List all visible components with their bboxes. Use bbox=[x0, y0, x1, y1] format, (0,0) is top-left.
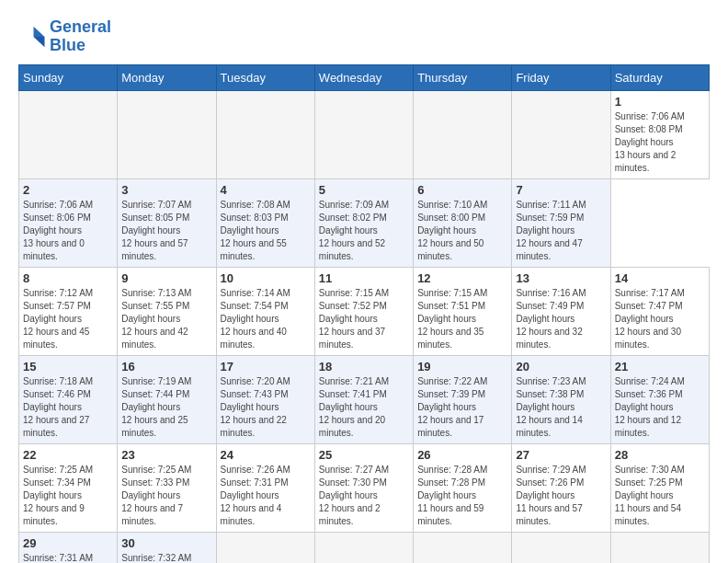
logo: General Blue bbox=[18, 18, 111, 55]
day-number: 8 bbox=[23, 271, 113, 285]
calendar-cell: 29 Sunrise: 7:31 AMSunset: 7:23 PMDaylig… bbox=[19, 532, 118, 563]
day-number: 24 bbox=[221, 448, 311, 462]
day-number: 18 bbox=[319, 360, 409, 373]
calendar-cell: 3 Sunrise: 7:07 AMSunset: 8:05 PMDayligh… bbox=[118, 178, 216, 267]
calendar-cell: 1 Sunrise: 7:06 AMSunset: 8:08 PMDayligh… bbox=[610, 90, 709, 178]
calendar-cell: 10 Sunrise: 7:14 AMSunset: 7:54 PMDaylig… bbox=[216, 267, 314, 355]
header-cell-thursday: Thursday bbox=[414, 64, 512, 90]
calendar-cell: 11 Sunrise: 7:15 AMSunset: 7:52 PMDaylig… bbox=[314, 267, 413, 355]
header-cell-friday: Friday bbox=[512, 64, 610, 90]
day-info: Sunrise: 7:12 AMSunset: 7:57 PMDaylight … bbox=[23, 287, 113, 351]
calendar-week-row: 22 Sunrise: 7:25 AMSunset: 7:34 PMDaylig… bbox=[19, 443, 710, 532]
calendar-cell: 6 Sunrise: 7:10 AMSunset: 8:00 PMDayligh… bbox=[414, 178, 512, 267]
calendar-cell: 25 Sunrise: 7:27 AMSunset: 7:30 PMDaylig… bbox=[314, 443, 413, 532]
day-number: 9 bbox=[121, 271, 211, 285]
calendar-cell: 13 Sunrise: 7:16 AMSunset: 7:49 PMDaylig… bbox=[512, 267, 610, 355]
day-info: Sunrise: 7:31 AMSunset: 7:23 PMDaylight … bbox=[23, 552, 113, 563]
empty-cell bbox=[314, 532, 413, 563]
day-info: Sunrise: 7:15 AMSunset: 7:51 PMDaylight … bbox=[417, 287, 507, 351]
empty-cell bbox=[512, 90, 610, 178]
svg-marker-1 bbox=[34, 37, 45, 47]
day-info: Sunrise: 7:20 AMSunset: 7:43 PMDaylight … bbox=[221, 375, 311, 440]
day-number: 11 bbox=[319, 271, 409, 285]
day-info: Sunrise: 7:17 AMSunset: 7:47 PMDaylight … bbox=[615, 287, 705, 351]
calendar-cell: 27 Sunrise: 7:29 AMSunset: 7:26 PMDaylig… bbox=[512, 443, 610, 532]
calendar-cell: 2 Sunrise: 7:06 AMSunset: 8:06 PMDayligh… bbox=[19, 178, 118, 267]
calendar-cell: 28 Sunrise: 7:30 AMSunset: 7:25 PMDaylig… bbox=[610, 443, 709, 532]
calendar-week-row: 2 Sunrise: 7:06 AMSunset: 8:06 PMDayligh… bbox=[19, 178, 710, 267]
calendar-week-row: 8 Sunrise: 7:12 AMSunset: 7:57 PMDayligh… bbox=[19, 267, 710, 355]
day-number: 14 bbox=[615, 271, 705, 285]
page-header: General Blue bbox=[18, 18, 710, 55]
day-info: Sunrise: 7:06 AMSunset: 8:08 PMDaylight … bbox=[615, 110, 705, 175]
day-number: 4 bbox=[221, 183, 311, 197]
logo-text: General Blue bbox=[50, 18, 111, 55]
calendar-cell: 24 Sunrise: 7:26 AMSunset: 7:31 PMDaylig… bbox=[216, 443, 314, 532]
day-info: Sunrise: 7:11 AMSunset: 7:59 PMDaylight … bbox=[516, 199, 606, 263]
day-number: 26 bbox=[417, 448, 507, 462]
logo-icon bbox=[18, 23, 46, 51]
calendar-cell: 15 Sunrise: 7:18 AMSunset: 7:46 PMDaylig… bbox=[19, 355, 118, 443]
day-info: Sunrise: 7:16 AMSunset: 7:49 PMDaylight … bbox=[516, 287, 606, 351]
day-number: 19 bbox=[417, 360, 507, 373]
day-info: Sunrise: 7:27 AMSunset: 7:30 PMDaylight … bbox=[319, 464, 409, 528]
calendar-cell: 16 Sunrise: 7:19 AMSunset: 7:44 PMDaylig… bbox=[118, 355, 216, 443]
day-info: Sunrise: 7:32 AMSunset: 7:22 PMDaylight … bbox=[121, 552, 211, 563]
day-number: 17 bbox=[221, 360, 311, 373]
day-info: Sunrise: 7:23 AMSunset: 7:38 PMDaylight … bbox=[516, 375, 606, 440]
day-info: Sunrise: 7:26 AMSunset: 7:31 PMDaylight … bbox=[221, 464, 311, 528]
calendar-table: SundayMondayTuesdayWednesdayThursdayFrid… bbox=[18, 64, 710, 563]
calendar-cell: 7 Sunrise: 7:11 AMSunset: 7:59 PMDayligh… bbox=[512, 178, 610, 267]
day-info: Sunrise: 7:10 AMSunset: 8:00 PMDaylight … bbox=[417, 199, 507, 263]
day-info: Sunrise: 7:06 AMSunset: 8:06 PMDaylight … bbox=[23, 199, 113, 263]
day-number: 5 bbox=[319, 183, 409, 197]
day-info: Sunrise: 7:15 AMSunset: 7:52 PMDaylight … bbox=[319, 287, 409, 351]
empty-cell bbox=[216, 532, 314, 563]
day-number: 25 bbox=[319, 448, 409, 462]
header-cell-tuesday: Tuesday bbox=[216, 64, 314, 90]
empty-cell bbox=[414, 532, 512, 563]
day-info: Sunrise: 7:30 AMSunset: 7:25 PMDaylight … bbox=[615, 464, 705, 528]
calendar-cell: 14 Sunrise: 7:17 AMSunset: 7:47 PMDaylig… bbox=[610, 267, 709, 355]
day-number: 27 bbox=[516, 448, 606, 462]
calendar-cell: 30 Sunrise: 7:32 AMSunset: 7:22 PMDaylig… bbox=[118, 532, 216, 563]
day-number: 28 bbox=[615, 448, 705, 462]
day-number: 7 bbox=[516, 183, 606, 197]
calendar-cell: 19 Sunrise: 7:22 AMSunset: 7:39 PMDaylig… bbox=[414, 355, 512, 443]
calendar-cell: 4 Sunrise: 7:08 AMSunset: 8:03 PMDayligh… bbox=[216, 178, 314, 267]
svg-marker-0 bbox=[34, 27, 45, 37]
day-info: Sunrise: 7:13 AMSunset: 7:55 PMDaylight … bbox=[121, 287, 211, 351]
empty-cell bbox=[19, 90, 118, 178]
header-cell-saturday: Saturday bbox=[610, 64, 709, 90]
calendar-cell: 8 Sunrise: 7:12 AMSunset: 7:57 PMDayligh… bbox=[19, 267, 118, 355]
empty-cell bbox=[118, 90, 216, 178]
header-cell-monday: Monday bbox=[118, 64, 216, 90]
calendar-cell: 5 Sunrise: 7:09 AMSunset: 8:02 PMDayligh… bbox=[314, 178, 413, 267]
empty-cell bbox=[512, 532, 610, 563]
calendar-cell: 18 Sunrise: 7:21 AMSunset: 7:41 PMDaylig… bbox=[314, 355, 413, 443]
day-info: Sunrise: 7:29 AMSunset: 7:26 PMDaylight … bbox=[516, 464, 606, 528]
calendar-cell: 9 Sunrise: 7:13 AMSunset: 7:55 PMDayligh… bbox=[118, 267, 216, 355]
day-info: Sunrise: 7:14 AMSunset: 7:54 PMDaylight … bbox=[221, 287, 311, 351]
day-number: 21 bbox=[615, 360, 705, 373]
empty-cell bbox=[610, 532, 709, 563]
day-number: 12 bbox=[417, 271, 507, 285]
calendar-cell: 22 Sunrise: 7:25 AMSunset: 7:34 PMDaylig… bbox=[19, 443, 118, 532]
day-number: 29 bbox=[23, 536, 113, 550]
day-info: Sunrise: 7:18 AMSunset: 7:46 PMDaylight … bbox=[23, 375, 113, 440]
day-info: Sunrise: 7:25 AMSunset: 7:34 PMDaylight … bbox=[23, 464, 113, 528]
day-info: Sunrise: 7:25 AMSunset: 7:33 PMDaylight … bbox=[121, 464, 211, 528]
calendar-cell: 21 Sunrise: 7:24 AMSunset: 7:36 PMDaylig… bbox=[610, 355, 709, 443]
day-info: Sunrise: 7:08 AMSunset: 8:03 PMDaylight … bbox=[221, 199, 311, 263]
day-number: 15 bbox=[23, 360, 113, 373]
day-number: 1 bbox=[615, 95, 705, 109]
day-number: 3 bbox=[121, 183, 211, 197]
day-number: 6 bbox=[417, 183, 507, 197]
empty-cell bbox=[216, 90, 314, 178]
calendar-cell: 12 Sunrise: 7:15 AMSunset: 7:51 PMDaylig… bbox=[414, 267, 512, 355]
calendar-week-row: 1 Sunrise: 7:06 AMSunset: 8:08 PMDayligh… bbox=[19, 90, 710, 178]
day-number: 20 bbox=[516, 360, 606, 373]
header-row: SundayMondayTuesdayWednesdayThursdayFrid… bbox=[19, 64, 710, 90]
day-number: 22 bbox=[23, 448, 113, 462]
header-cell-sunday: Sunday bbox=[19, 64, 118, 90]
